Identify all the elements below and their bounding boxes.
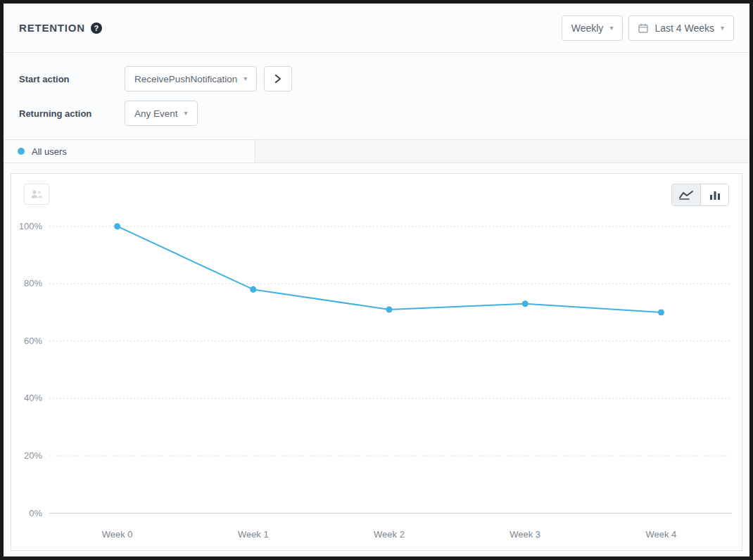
chevron-down-icon: ▾: [609, 25, 613, 32]
series-line: [118, 227, 662, 312]
expand-start-action-button[interactable]: [264, 66, 292, 91]
y-axis-tick-label: 80%: [24, 278, 42, 288]
y-axis-tick-label: 40%: [24, 393, 42, 403]
data-point[interactable]: [386, 306, 393, 312]
segmentation-icon: [30, 189, 43, 199]
retention-line-chart: 0%20%40%60%80%100%Week 0Week 1Week 2Week…: [11, 174, 742, 550]
x-axis-label: Week 1: [238, 529, 269, 540]
x-axis-label: Week 4: [646, 529, 677, 540]
x-axis-label: Week 3: [510, 529, 540, 540]
line-chart-toggle-button[interactable]: [672, 184, 700, 205]
series-color-dot: [18, 148, 25, 155]
segment-tab-label: All users: [32, 146, 67, 157]
returning-action-dropdown[interactable]: Any Event ▾: [125, 101, 198, 126]
start-action-dropdown[interactable]: ReceivePushNotification ▾: [125, 66, 257, 91]
chevron-down-icon: ▾: [243, 75, 247, 82]
header-controls: Weekly ▾ Last 4 Weeks ▾: [562, 15, 734, 41]
calendar-icon: [638, 23, 648, 33]
interval-dropdown[interactable]: Weekly ▾: [562, 15, 624, 41]
data-point[interactable]: [658, 309, 664, 315]
report-header: RETENTION ? Weekly ▾ Last 4 Weeks ▾: [4, 4, 749, 53]
returning-action-row: Returning action Any Event ▾: [19, 101, 734, 126]
interval-dropdown-value: Weekly: [571, 23, 604, 34]
start-action-dropdown-value: ReceivePushNotification: [134, 74, 237, 84]
page-title: RETENTION: [19, 22, 85, 34]
chevron-right-icon: [274, 74, 281, 84]
start-action-row: Start action ReceivePushNotification ▾: [19, 66, 734, 91]
data-point[interactable]: [250, 286, 256, 293]
line-chart-icon: [679, 190, 693, 200]
app-window: RETENTION ? Weekly ▾ Last 4 Weeks ▾: [0, 0, 753, 560]
date-range-dropdown-value: Last 4 Weeks: [654, 23, 714, 34]
retention-filters: Start action ReceivePushNotification ▾ R…: [4, 53, 749, 140]
bar-chart-toggle-button[interactable]: [700, 184, 728, 205]
chevron-down-icon: ▾: [721, 25, 724, 32]
y-axis-tick-label: 0%: [29, 507, 42, 518]
data-point[interactable]: [522, 300, 529, 307]
date-range-dropdown[interactable]: Last 4 Weeks ▾: [628, 15, 734, 41]
help-icon[interactable]: ?: [91, 23, 102, 34]
data-point[interactable]: [114, 223, 120, 229]
x-axis-label: Week 2: [374, 529, 405, 540]
bar-chart-icon: [709, 190, 721, 200]
y-axis-tick-label: 100%: [19, 221, 43, 231]
chart-type-toggle: [671, 184, 729, 206]
chevron-down-icon: ▾: [184, 110, 188, 117]
x-axis-label: Week 0: [102, 529, 133, 540]
segment-tab-all-users[interactable]: All users: [4, 140, 255, 163]
start-action-label: Start action: [19, 74, 125, 84]
returning-action-label: Returning action: [19, 108, 125, 119]
y-axis-tick-label: 20%: [24, 450, 42, 461]
returning-action-dropdown-value: Any Event: [134, 108, 178, 119]
y-axis-tick-label: 60%: [24, 336, 42, 346]
chart-panel: 0%20%40%60%80%100%Week 0Week 1Week 2Week…: [11, 173, 742, 551]
segments-bar: All users: [4, 140, 749, 163]
segmentation-icon-button[interactable]: [24, 184, 49, 205]
